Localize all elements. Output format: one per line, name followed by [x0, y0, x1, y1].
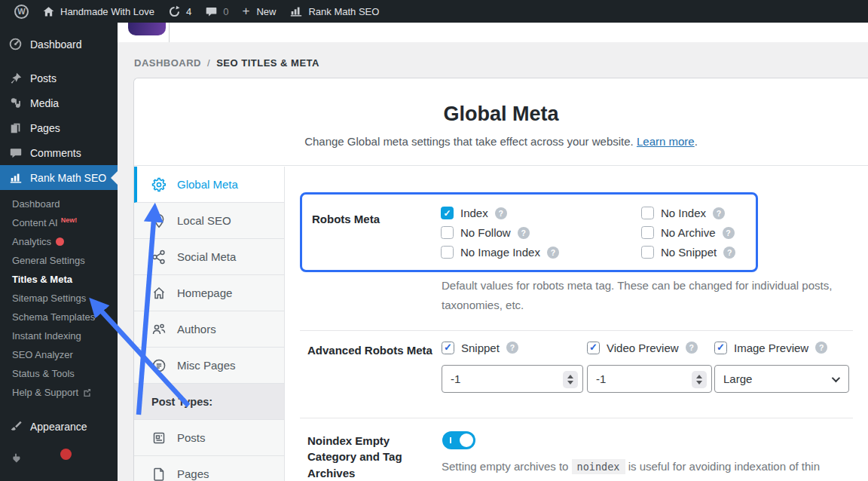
tab-posts[interactable]: Posts — [134, 420, 284, 456]
help-icon[interactable] — [815, 342, 827, 354]
plus-icon — [242, 4, 251, 19]
submenu-content-ai[interactable]: Content AINew! — [0, 213, 118, 232]
number-stepper[interactable] — [563, 371, 578, 388]
comments-count: 0 — [223, 6, 228, 17]
option-index[interactable]: Index — [441, 207, 559, 219]
sidebar-item-appearance[interactable]: Appearance — [0, 414, 118, 439]
learn-more-link[interactable]: Learn more — [637, 135, 695, 148]
submenu-schema-templates[interactable]: Schema Templates — [0, 308, 118, 326]
breadcrumb: DASHBOARD / SEO TITLES & META — [118, 42, 868, 83]
sidebar-item-plugins-partial[interactable] — [0, 446, 118, 471]
option-no-image-index[interactable]: No Image Index — [441, 246, 559, 259]
brush-icon — [8, 419, 23, 434]
option-no-follow[interactable]: No Follow — [441, 226, 559, 239]
submenu-general-settings[interactable]: General Settings — [0, 251, 118, 270]
tab-global-meta[interactable]: Global Meta — [134, 167, 284, 203]
help-icon[interactable] — [506, 342, 518, 354]
submenu-help-support[interactable]: Help & Support — [0, 383, 118, 402]
wordpress-logo-icon: W — [14, 5, 29, 19]
tab-label: Misc Pages — [177, 359, 236, 372]
submenu-sitemap-settings[interactable]: Sitemap Settings — [0, 289, 118, 308]
section-divider — [300, 418, 853, 418]
step-down-icon[interactable] — [567, 381, 573, 384]
comment-bubble-icon — [205, 5, 218, 18]
checkbox-checked-icon[interactable] — [714, 342, 727, 354]
image-preview-checkbox-row[interactable]: Image Preview — [714, 340, 849, 355]
help-icon[interactable] — [723, 247, 735, 259]
submenu-seo-analyzer[interactable]: SEO Analyzer — [0, 345, 118, 364]
help-icon[interactable] — [713, 207, 725, 219]
pushpin-icon — [8, 71, 23, 85]
tab-misc-pages[interactable]: Misc Pages — [134, 348, 284, 384]
submenu-dashboard[interactable]: Dashboard — [0, 195, 118, 213]
tab-section-post-types: Post Types: — [134, 384, 284, 420]
help-icon[interactable] — [547, 247, 559, 259]
tab-pages[interactable]: Pages — [134, 456, 284, 481]
submenu-instant-indexing[interactable]: Instant Indexing — [0, 326, 118, 345]
sidebar-item-posts[interactable]: Posts — [0, 66, 118, 90]
breadcrumb-root[interactable]: DASHBOARD — [134, 57, 201, 69]
video-preview-checkbox-row[interactable]: Video Preview — [587, 340, 712, 355]
help-icon[interactable] — [686, 342, 698, 354]
advanced-robots-label: Advanced Robots Meta — [307, 344, 432, 357]
snippet-length-input[interactable] — [442, 366, 582, 392]
tab-label: Social Meta — [177, 250, 236, 263]
robots-options-col2: No Index No Archive No Snippet — [641, 207, 735, 259]
sidebar-label: Dashboard — [30, 38, 82, 51]
checkbox-unchecked-icon[interactable] — [441, 246, 454, 259]
new-content-button[interactable]: New — [235, 0, 283, 23]
new-label: New — [256, 6, 276, 17]
step-up-icon[interactable] — [696, 375, 702, 378]
image-preview-select[interactable]: Large — [714, 365, 849, 393]
noindex-toggle-on[interactable] — [442, 431, 475, 449]
option-no-archive[interactable]: No Archive — [641, 226, 735, 239]
sidebar-label: Media — [30, 97, 59, 109]
checkbox-checked-icon[interactable] — [442, 342, 454, 354]
checkbox-checked-icon[interactable] — [587, 342, 600, 354]
checkbox-unchecked-icon[interactable] — [641, 246, 654, 259]
snippet-checkbox-row[interactable]: Snippet — [442, 340, 583, 355]
sidebar-item-pages[interactable]: Pages — [0, 115, 118, 140]
submenu-titles-meta[interactable]: Titles & Meta — [0, 270, 118, 289]
settings-panel: Global Meta Change Global meta settings … — [133, 78, 868, 481]
snippet-length-input-wrap — [442, 365, 583, 393]
checkbox-checked-icon[interactable] — [441, 207, 454, 219]
step-up-icon[interactable] — [567, 375, 573, 378]
help-icon[interactable] — [495, 207, 507, 219]
site-name-link[interactable]: Handmade With Love — [35, 0, 161, 23]
checkbox-unchecked-icon[interactable] — [441, 226, 454, 239]
option-no-index[interactable]: No Index — [641, 207, 735, 219]
rank-math-adminbar-link[interactable]: Rank Math SEO — [283, 0, 386, 23]
rank-math-logo-partial — [128, 23, 166, 35]
help-icon[interactable] — [518, 227, 530, 239]
sidebar-item-comments[interactable]: Comments — [0, 140, 118, 165]
tab-homepage[interactable]: Homepage — [134, 275, 284, 311]
tab-authors[interactable]: Authors — [134, 311, 284, 348]
submenu-analytics[interactable]: Analytics — [0, 232, 118, 251]
comments-link[interactable]: 0 — [198, 0, 235, 23]
submenu-status-tools[interactable]: Status & Tools — [0, 364, 118, 383]
rank-math-submenu: Dashboard Content AINew! Analytics Gener… — [0, 190, 118, 405]
comments-icon — [8, 146, 23, 160]
sidebar-item-dashboard[interactable]: Dashboard — [0, 32, 118, 57]
updates-count: 4 — [186, 6, 191, 17]
users-icon — [151, 322, 167, 337]
chevron-down-icon — [832, 373, 840, 381]
tab-local-seo[interactable]: Local SEO — [134, 203, 284, 239]
toggle-knob — [460, 434, 473, 447]
step-down-icon[interactable] — [696, 381, 702, 384]
new-badge: New! — [61, 216, 78, 224]
checkbox-unchecked-icon[interactable] — [641, 207, 654, 219]
map-pin-icon — [151, 213, 167, 228]
page-title: Global Meta — [134, 78, 868, 126]
wordpress-menu[interactable]: W — [8, 0, 35, 23]
sidebar-item-media[interactable]: Media — [0, 90, 118, 115]
sidebar-item-rank-math-seo[interactable]: Rank Math SEO — [0, 165, 118, 190]
updates-link[interactable]: 4 — [161, 0, 198, 23]
option-no-snippet[interactable]: No Snippet — [641, 246, 735, 259]
number-stepper[interactable] — [692, 371, 707, 388]
external-link-icon — [83, 388, 91, 397]
tab-social-meta[interactable]: Social Meta — [134, 239, 284, 275]
help-icon[interactable] — [723, 227, 735, 239]
checkbox-unchecked-icon[interactable] — [641, 226, 654, 239]
